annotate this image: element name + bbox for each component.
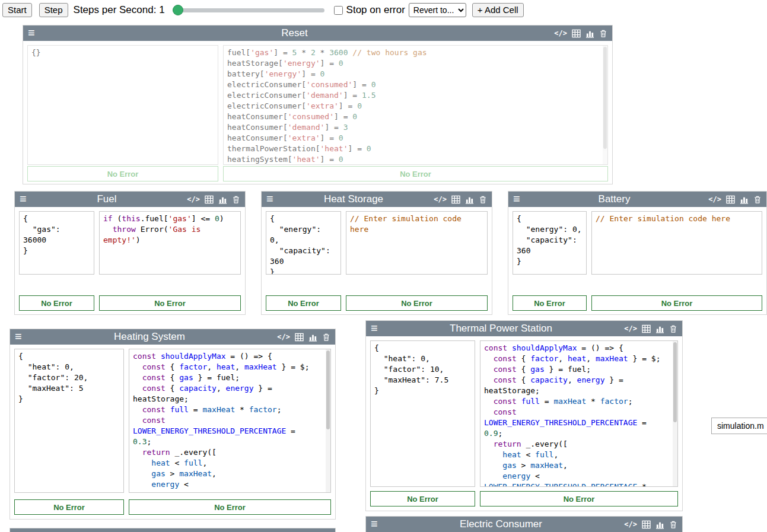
delete-cell-icon[interactable] [322, 333, 330, 342]
code-view-icon[interactable]: </> [187, 195, 200, 203]
cell-title: Heat Storage [273, 193, 434, 205]
code-scrollbar[interactable] [673, 341, 677, 486]
code-view-icon[interactable]: </> [624, 324, 637, 333]
cell-header[interactable]: ≡ Heating System </> [10, 329, 335, 345]
delete-cell-icon[interactable] [669, 324, 677, 333]
code-scrollbar[interactable] [603, 46, 607, 164]
cell-header[interactable]: ≡ Heat Consumer </> [10, 528, 335, 532]
table-view-icon[interactable] [205, 195, 214, 204]
chart-view-icon[interactable] [218, 195, 227, 204]
toolbar: Start Step Steps per Second: 1 Stop on e… [0, 0, 767, 20]
chart-view-icon[interactable] [655, 520, 664, 529]
state-status: No Error [513, 295, 587, 311]
code-editor[interactable]: const shouldApplyMax = () => { const { f… [480, 340, 678, 487]
header-actions: </> [624, 520, 677, 529]
state-status: No Error [14, 499, 124, 515]
drag-handle-icon[interactable]: ≡ [15, 330, 22, 342]
cell-battery: ≡ Battery </> { "energy": 0, "capacity":… [508, 191, 767, 315]
cell-header[interactable]: ≡ Fuel </> [15, 192, 245, 207]
steps-per-second-label: Steps per Second: 1 [74, 4, 165, 16]
drag-handle-icon[interactable]: ≡ [15, 530, 22, 532]
cell-heating-system: ≡ Heating System </> { "heat": 0, "facto… [9, 329, 336, 520]
drag-handle-icon[interactable]: ≡ [371, 322, 378, 334]
state-status: No Error [27, 166, 218, 181]
cell-header[interactable]: ≡ Thermal Power Station </> [366, 321, 682, 336]
cell-title: Battery [520, 193, 709, 205]
code-status: No Error [480, 491, 678, 506]
code-scrollbar[interactable] [326, 349, 330, 492]
code-editor[interactable]: // Enter simulation code here [591, 211, 762, 275]
cell-reset: ≡ Reset </> {} fuel['gas'] = 5 * 2 * 360… [23, 25, 613, 184]
table-view-icon[interactable] [642, 324, 651, 333]
code-editor[interactable]: const shouldApplyMax = () => { const { f… [129, 349, 331, 493]
cell-title: Heating System [22, 331, 278, 343]
stop-on-error-checkbox[interactable] [334, 6, 343, 15]
cell-fuel: ≡ Fuel </> { "gas":36000} if (this.fuel[… [14, 191, 246, 315]
code-view-icon[interactable]: </> [434, 195, 447, 203]
chart-view-icon[interactable] [585, 29, 594, 38]
cell-header[interactable]: ≡ Heat Storage </> [262, 192, 492, 207]
drag-handle-icon[interactable]: ≡ [20, 193, 27, 205]
add-cell-button[interactable]: + Add Cell [472, 3, 524, 18]
cell-header[interactable]: ≡ Reset </> [23, 26, 612, 41]
chart-view-icon[interactable] [740, 195, 749, 204]
code-status: No Error [99, 295, 241, 311]
cell-header[interactable]: ≡ Electric Consumer </> [366, 517, 682, 532]
revert-to-select[interactable]: Revert to... [409, 3, 466, 17]
cell-header[interactable]: ≡ Battery </> [508, 192, 766, 207]
drag-handle-icon[interactable]: ≡ [371, 518, 378, 530]
state-editor[interactable]: { "energy":0, "capacity":360} [266, 211, 341, 275]
state-editor[interactable]: { "energy": 0, "capacity":360} [513, 211, 587, 275]
delete-cell-icon[interactable] [479, 195, 487, 204]
state-status: No Error [19, 295, 94, 311]
code-status: No Error [346, 295, 488, 311]
delete-cell-icon[interactable] [232, 195, 240, 204]
header-actions: </> [277, 333, 330, 342]
header-actions: </> [708, 195, 762, 204]
delete-cell-icon[interactable] [599, 29, 607, 38]
cell-title: Reset [35, 27, 555, 39]
code-editor[interactable]: if (this.fuel['gas'] <= 0) throw Error('… [99, 211, 241, 275]
table-view-icon[interactable] [726, 195, 735, 204]
cell-title: Fuel [27, 193, 187, 205]
state-editor[interactable]: { "heat": 0, "factor": 20, "maxHeat": 5} [14, 349, 124, 493]
table-view-icon[interactable] [451, 195, 460, 204]
simulation-app: Start Step Steps per Second: 1 Stop on e… [0, 0, 767, 532]
cell-thermal-power-station: ≡ Thermal Power Station </> { "heat": 0,… [365, 320, 683, 511]
state-status: No Error [370, 491, 475, 506]
delete-cell-icon[interactable] [753, 195, 762, 204]
drag-handle-icon[interactable]: ≡ [266, 193, 273, 205]
step-button[interactable]: Step [39, 3, 68, 18]
chart-view-icon[interactable] [655, 324, 664, 333]
cell-title: Electric Consumer [378, 518, 625, 530]
steps-per-second-slider[interactable] [173, 8, 324, 12]
cell-heat-consumer: ≡ Heat Consumer </> [9, 528, 336, 532]
table-view-icon[interactable] [295, 333, 304, 342]
code-status: No Error [129, 499, 331, 515]
code-view-icon[interactable]: </> [277, 333, 290, 341]
code-status: No Error [223, 166, 608, 181]
state-editor[interactable]: { "gas":36000} [19, 211, 94, 275]
state-editor[interactable]: {} [27, 45, 218, 165]
state-status: No Error [266, 295, 341, 311]
drag-handle-icon[interactable]: ≡ [513, 193, 520, 205]
cell-title: Thermal Power Station [378, 323, 625, 335]
table-view-icon[interactable] [642, 520, 651, 529]
code-view-icon[interactable]: </> [624, 520, 637, 528]
state-editor[interactable]: { "heat": 0, "factor": 10, "maxHeat": 7.… [370, 340, 475, 487]
chart-view-icon[interactable] [465, 195, 474, 204]
code-editor[interactable]: // Enter simulation codehere [346, 211, 488, 275]
code-editor[interactable]: fuel['gas'] = 5 * 2 * 3600 // two hours … [223, 45, 608, 165]
delete-cell-icon[interactable] [669, 520, 677, 529]
filename-tooltip: simulation.m [711, 418, 767, 434]
code-view-icon[interactable]: </> [708, 195, 721, 203]
header-actions: </> [187, 195, 240, 204]
stop-on-error-label: Stop on error [346, 4, 405, 16]
cell-electric-consumer: ≡ Electric Consumer </> [365, 516, 683, 532]
drag-handle-icon[interactable]: ≡ [28, 27, 35, 39]
code-view-icon[interactable]: </> [554, 29, 567, 37]
cell-heat-storage: ≡ Heat Storage </> { "energy":0, "capaci… [261, 191, 492, 315]
chart-view-icon[interactable] [308, 333, 317, 342]
table-view-icon[interactable] [572, 29, 581, 38]
start-button[interactable]: Start [2, 3, 32, 18]
